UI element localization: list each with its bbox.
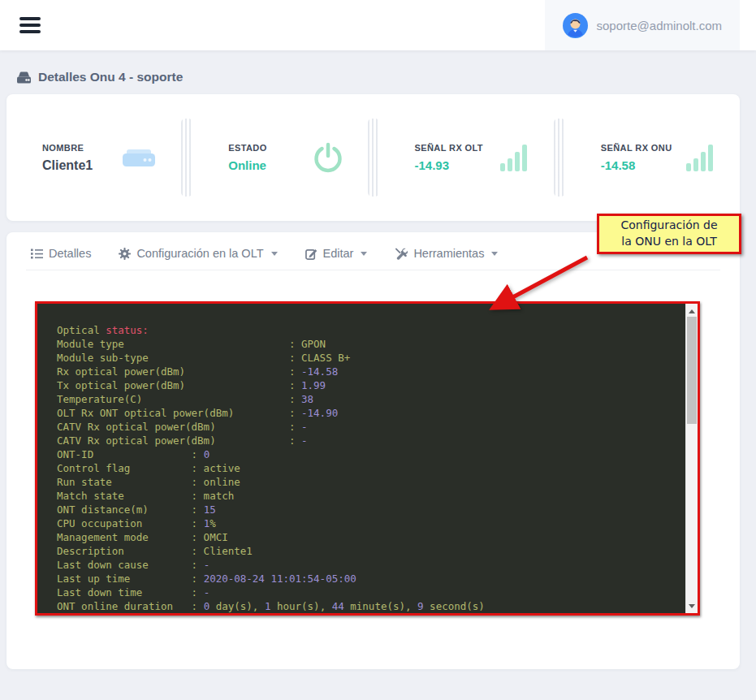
scrollbar-thumb[interactable] [687,317,697,424]
hdd-icon [16,71,32,84]
stat-label: ESTADO [228,143,266,153]
user-menu[interactable]: soporte@adminolt.com [545,0,740,50]
tab-detalles[interactable]: Detalles [31,247,91,260]
stats-panel: NOMBRE Cliente1 ESTADO Online SEÑAL RX O… [6,94,740,221]
stat-label: NOMBRE [42,143,93,153]
annotation-text-line2: la ONU en la OLT [599,234,739,250]
power-icon [311,140,345,175]
chevron-down-icon [271,252,278,256]
stat-value: Online [228,158,266,172]
page-header: Detalles Onu 4 - soporte [0,50,756,94]
scroll-down-icon[interactable] [686,600,698,611]
stat-label: SEÑAL RX ONU [601,143,672,153]
topbar: soporte@adminolt.com [0,0,756,50]
tab-label: Detalles [49,247,91,260]
stat-value: -14.93 [415,158,483,172]
annotation-text-line1: Configuración de [599,218,739,234]
edit-icon [305,248,318,260]
router-icon [119,141,158,174]
terminal-scrollbar[interactable] [685,304,698,613]
tab-configuracion-olt[interactable]: Configuración en la OLT [119,247,277,260]
card-divider [181,119,192,197]
tab-label: Herramientas [413,247,484,260]
avatar [563,13,588,38]
card-divider [554,119,565,197]
scroll-up-icon[interactable] [686,305,698,317]
terminal-output: Optical status:Module type : GPONModule … [37,304,685,613]
page-title: Detalles Onu 4 - soporte [38,70,183,84]
menu-icon[interactable] [19,17,41,33]
chevron-down-icon [361,252,367,256]
stat-card-senal-rx-onu: SEÑAL RX ONU -14.58 [565,141,740,174]
stat-card-estado: ESTADO Online [192,140,367,175]
stat-card-nombre: NOMBRE Cliente1 [6,141,181,174]
stat-value: -14.58 [601,158,672,172]
signal-bars-icon [499,141,531,174]
tab-label: Configuración en la OLT [136,247,263,260]
tab-label: Editar [323,247,354,260]
signal-bars-icon [685,141,717,174]
tools-icon [395,248,408,260]
terminal-panel: Optical status:Module type : GPONModule … [35,301,700,616]
card-divider [368,119,379,197]
details-panel: Detalles Configuración en la OLT [6,232,740,669]
stat-value: Cliente1 [42,158,93,173]
stat-label: SEÑAL RX OLT [415,143,483,153]
stat-card-senal-rx-olt: SEÑAL RX OLT -14.93 [379,141,554,174]
user-email: soporte@adminolt.com [597,19,722,32]
tab-editar[interactable]: Editar [305,247,368,260]
annotation-callout: Configuración de la ONU en la OLT [597,214,741,254]
list-icon [31,248,43,259]
annotation-arrow [475,248,597,321]
gear-icon [119,248,131,260]
